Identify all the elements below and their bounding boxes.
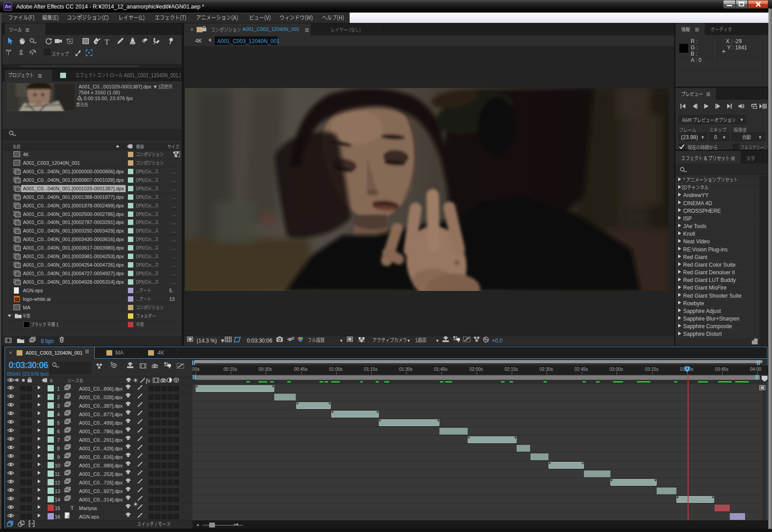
svg-text:fx: fx: [146, 378, 150, 384]
svg-text:T: T: [105, 38, 110, 46]
svg-text:#: #: [50, 378, 53, 383]
